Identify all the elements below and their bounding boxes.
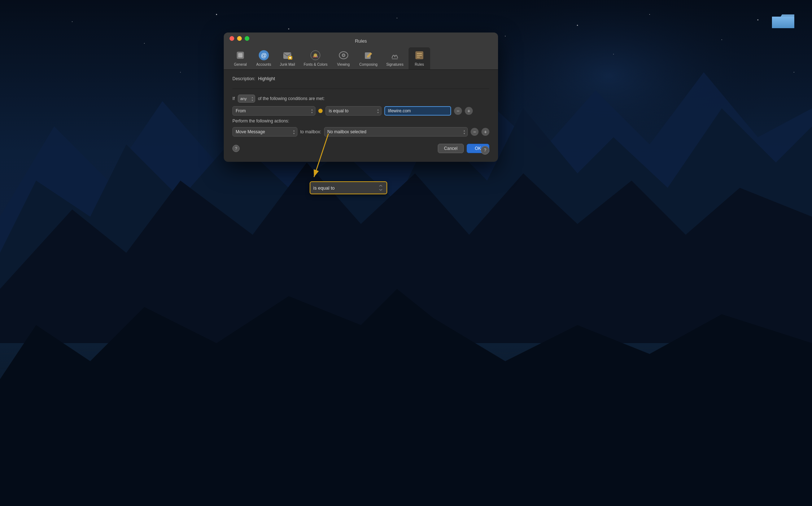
condition-email-input[interactable] <box>384 106 451 116</box>
dialog-window: General @ Accounts <box>224 33 498 162</box>
dialog-help-corner-button[interactable]: ? <box>481 146 489 155</box>
maximize-button[interactable] <box>245 36 249 41</box>
desktop-folder[interactable] <box>769 11 798 36</box>
titlebar <box>224 33 498 44</box>
folder-icon <box>770 11 796 31</box>
dropdown-popup-selected: is equal to <box>313 185 378 191</box>
svg-point-16 <box>794 72 794 73</box>
minimize-button[interactable] <box>237 36 242 41</box>
from-select[interactable]: From To Subject Date <box>232 106 315 116</box>
any-select-wrapper: any all ▲ ▼ <box>238 95 255 103</box>
toolbar-item-composing[interactable]: Composing <box>356 47 381 69</box>
svg-point-4 <box>144 43 145 44</box>
fonts-colors-icon <box>310 49 321 61</box>
svg-point-31 <box>342 55 344 56</box>
signatures-label: Signatures <box>386 62 403 66</box>
junk-mail-label: Junk Mail <box>280 62 295 66</box>
toolbar-item-viewing[interactable]: Viewing <box>333 47 354 69</box>
toolbar-item-signatures[interactable]: Signatures <box>383 47 407 69</box>
general-label: General <box>234 62 247 66</box>
condition-dot <box>318 109 323 113</box>
toolbar-item-accounts[interactable]: @ Accounts <box>253 47 275 69</box>
svg-point-2 <box>288 29 289 30</box>
junk-mail-icon <box>281 49 293 61</box>
cancel-button[interactable]: Cancel <box>438 144 463 153</box>
accounts-icon: @ <box>258 49 270 61</box>
add-condition-button[interactable]: + <box>465 107 473 115</box>
svg-point-7 <box>72 21 73 22</box>
toolbar-item-junk-mail[interactable]: Junk Mail <box>276 47 298 69</box>
action-row: Move Message Copy Message Mark as Read D… <box>232 127 489 137</box>
if-row: If any all ▲ ▼ of the following conditio… <box>232 95 489 103</box>
traffic-lights <box>230 36 249 41</box>
actions-section: Perform the following actions: Move Mess… <box>232 118 489 137</box>
to-mailbox-label: to mailbox: <box>300 129 321 134</box>
move-message-select-wrapper: Move Message Copy Message Mark as Read D… <box>232 127 297 137</box>
composing-label: Composing <box>359 62 378 66</box>
svg-point-28 <box>314 53 317 57</box>
toolbar-item-general[interactable]: General <box>230 47 251 69</box>
mailbox-select-wrapper: No mailbox selected Inbox Sent Drafts ▲ … <box>324 127 468 137</box>
description-value: Highlight <box>258 76 275 81</box>
svg-point-12 <box>180 72 181 73</box>
dropdown-popup-inner: is equal to <box>310 182 387 194</box>
from-select-wrapper: From To Subject Date ▲ ▼ <box>232 106 315 116</box>
conditions-label: of the following conditions are met: <box>258 96 325 101</box>
svg-rect-20 <box>238 53 243 57</box>
remove-action-button[interactable]: − <box>471 128 479 136</box>
close-button[interactable] <box>230 36 234 41</box>
description-row: Description: Highlight <box>232 76 489 81</box>
equals-select-wrapper: is equal to contains begins with ends wi… <box>326 106 381 116</box>
fonts-colors-label: Fonts & Colors <box>304 62 327 66</box>
svg-point-15 <box>613 54 614 55</box>
svg-point-11 <box>758 20 759 21</box>
composing-icon <box>363 49 374 61</box>
toolbar: General @ Accounts <box>224 44 498 70</box>
dialog-help-corner: ? <box>481 146 489 155</box>
any-select[interactable]: any all <box>238 95 255 103</box>
desktop-background: General @ Accounts <box>0 0 812 506</box>
add-action-button[interactable]: + <box>481 128 489 136</box>
viewing-icon <box>338 49 349 61</box>
actions-label: Perform the following actions: <box>232 118 489 124</box>
svg-point-10 <box>721 39 722 40</box>
if-label: If <box>232 96 235 101</box>
rules-icon <box>414 49 425 61</box>
rules-label: Rules <box>415 62 424 66</box>
svg-point-3 <box>397 18 397 18</box>
move-message-select[interactable]: Move Message Copy Message Mark as Read D… <box>232 127 297 137</box>
svg-point-5 <box>216 14 217 15</box>
svg-rect-18 <box>772 17 794 28</box>
description-label: Description: <box>232 76 255 81</box>
svg-text:@: @ <box>261 52 266 59</box>
remove-condition-button[interactable]: − <box>454 107 462 115</box>
bottom-row: ? Cancel OK <box>232 144 489 153</box>
svg-point-8 <box>577 25 578 26</box>
mailbox-select[interactable]: No mailbox selected Inbox Sent Drafts <box>324 127 468 137</box>
help-button[interactable]: ? <box>232 145 240 152</box>
divider <box>232 88 489 89</box>
dropdown-popup-chevron <box>378 184 384 191</box>
general-icon <box>235 49 246 61</box>
dropdown-popup[interactable]: is equal to <box>310 181 387 194</box>
condition-row: From To Subject Date ▲ ▼ is equal to con… <box>232 106 489 116</box>
toolbar-item-rules[interactable]: Rules <box>409 47 430 69</box>
viewing-label: Viewing <box>337 62 350 66</box>
svg-point-9 <box>649 14 650 15</box>
svg-point-6 <box>505 36 506 36</box>
accounts-label: Accounts <box>256 62 271 66</box>
signatures-icon <box>389 49 401 61</box>
dialog-content: Description: Highlight If any all ▲ ▼ <box>224 70 498 162</box>
toolbar-item-fonts-colors[interactable]: Fonts & Colors <box>300 47 331 69</box>
equals-select[interactable]: is equal to contains begins with ends wi… <box>326 106 381 116</box>
